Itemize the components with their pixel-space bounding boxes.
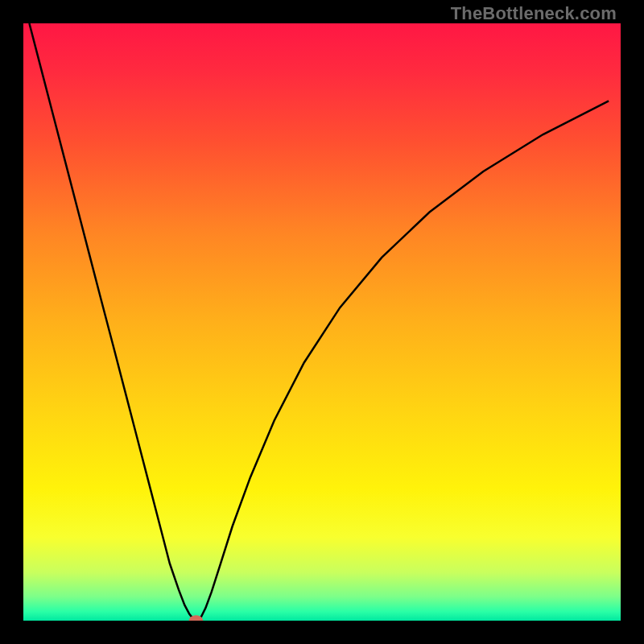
chart-svg xyxy=(23,23,621,621)
gradient-background xyxy=(23,23,621,621)
watermark-text: TheBottleneck.com xyxy=(451,3,617,24)
chart-frame: TheBottleneck.com xyxy=(0,0,644,644)
plot-area xyxy=(23,23,621,621)
